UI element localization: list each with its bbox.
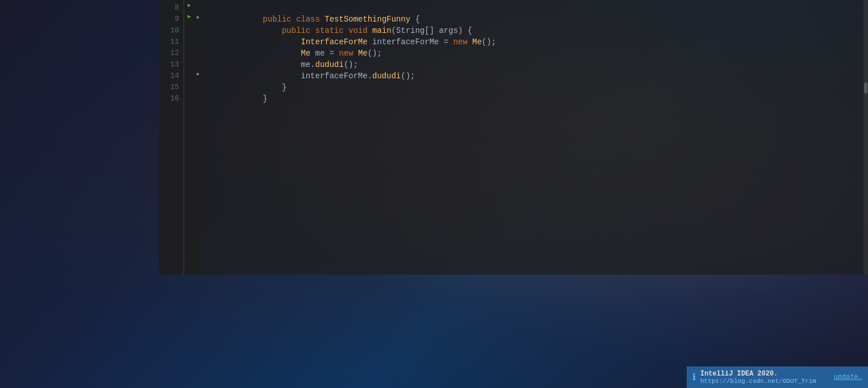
run-marker-11 xyxy=(184,34,194,45)
code-line-8: public class TestSomethingFunny { xyxy=(206,2,859,14)
code-line-15: } xyxy=(206,82,859,93)
notification-url: https://blog.csdn.net/GDUT_Trim xyxy=(700,378,829,385)
run-marker-9[interactable]: ▶ xyxy=(184,11,194,23)
line-num-13: 13 xyxy=(159,59,184,70)
run-marker-10 xyxy=(184,23,194,34)
notification-text: IntelliJ IDEA 2020. https://blog.csdn.ne… xyxy=(700,370,829,385)
notification-icon: ℹ xyxy=(692,372,696,383)
line-num-12: 12 xyxy=(159,48,184,59)
bm-8 xyxy=(194,0,201,11)
notification-title: IntelliJ IDEA 2020. xyxy=(700,370,829,378)
line-num-9: 9 xyxy=(159,14,184,25)
bm-11 xyxy=(194,34,201,45)
scroll-thumb xyxy=(864,82,867,94)
line-num-15: 15 xyxy=(159,82,184,93)
bm-15 xyxy=(194,79,201,91)
run-markers-gutter: ▶ ▶ xyxy=(184,0,194,275)
code-line-16 xyxy=(206,93,859,104)
bookmark-gutter: ◆ ◆ xyxy=(194,0,201,275)
bm-10 xyxy=(194,23,201,34)
line-num-11: 11 xyxy=(159,36,184,48)
bm-14: ◆ xyxy=(194,68,201,79)
bm-13 xyxy=(194,57,201,68)
line-num-14: 14 xyxy=(159,70,184,82)
run-marker-14 xyxy=(184,68,194,79)
line-num-16: 16 xyxy=(159,93,184,104)
bm-9: ◆ xyxy=(194,11,201,23)
line-num-8: 8 xyxy=(159,2,184,14)
editor-scrollbar[interactable] xyxy=(863,0,868,275)
run-marker-13 xyxy=(184,57,194,68)
code-content[interactable]: public class TestSomethingFunny { public… xyxy=(201,0,863,275)
code-editor: 8 9 10 11 12 13 14 15 16 ▶ ▶ xyxy=(159,0,868,275)
run-marker-8[interactable]: ▶ xyxy=(184,0,194,11)
run-marker-12 xyxy=(184,45,194,57)
line-numbers-gutter: 8 9 10 11 12 13 14 15 16 xyxy=(159,0,184,275)
line-num-10: 10 xyxy=(159,25,184,36)
run-marker-15 xyxy=(184,79,194,91)
bm-12 xyxy=(194,45,201,57)
notification-update-link[interactable]: update. xyxy=(834,373,862,381)
bm-16 xyxy=(194,91,201,102)
run-marker-16 xyxy=(184,91,194,102)
update-notification[interactable]: ℹ IntelliJ IDEA 2020. https://blog.csdn.… xyxy=(687,366,868,388)
